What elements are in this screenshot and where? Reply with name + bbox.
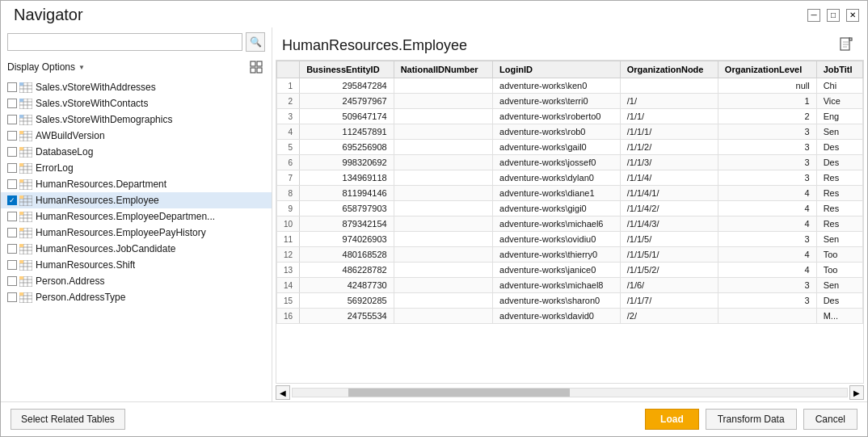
search-input[interactable] [7,33,242,51]
col-header-organizationlevel[interactable]: OrganizationLevel [718,61,816,78]
cell-businessentityid: 56920285 [300,293,394,309]
cell-loginid: adventure-works\janice0 [493,263,621,278]
table-row: 11974026903adventure-works\ovidiu0/1/1/5… [277,232,863,247]
checkbox-hrEmployeePayHistory[interactable] [7,228,17,237]
nav-item-salesStoreWithDemographics[interactable]: Sales.vStoreWithDemographics [1,111,272,128]
cell-nationalidnumber [394,278,492,293]
search-button[interactable]: 🔍 [246,32,265,52]
svg-rect-90 [849,38,852,40]
cell-organizationlevel: 3 [718,293,816,309]
svg-rect-88 [841,38,849,50]
cell-organizationnode: /1/1/4/ [620,170,718,186]
cell-rownum: 8 [277,186,300,201]
cell-organizationnode: /1/1/3/ [620,155,718,170]
checkbox-databaseLog[interactable] [7,147,17,157]
nav-item-label-salesStoreWithDemographics: Sales.vStoreWithDemographics [36,114,172,125]
nav-item-errorLog[interactable]: ErrorLog [1,160,272,176]
checkbox-hrShift[interactable] [7,260,17,270]
cell-rownum: 2 [277,94,300,109]
data-preview-table-wrapper[interactable]: BusinessEntityIDNationalIDNumberLoginIDO… [276,60,864,384]
svg-rect-33 [19,147,23,150]
table-icon-table [19,131,32,141]
cell-jobtitle: Res [816,201,862,216]
table-row: 8811994146adventure-works\diane1/1/1/4/1… [277,186,863,201]
cell-organizationnode: /1/1/5/1/ [620,247,718,263]
nav-item-personAddressType[interactable]: Person.AddressType [1,289,272,305]
col-header-organizationnode[interactable]: OrganizationNode [620,61,718,78]
cell-organizationlevel: 3 [718,278,816,293]
nav-item-hrEmployee[interactable]: HumanResources.Employee [1,192,272,208]
nav-item-label-databaseLog: DatabaseLog [36,146,93,158]
checkbox-hrDepartment[interactable] [7,179,17,189]
cell-businessentityid: 658797903 [300,201,394,216]
preview-action-button[interactable] [835,34,857,57]
nav-item-hrEmployeeDepartment[interactable]: HumanResources.EmployeeDepartmen... [1,208,272,225]
col-header-jobtitl[interactable]: JobTitl [816,61,862,78]
nav-item-hrJobCandidate[interactable]: HumanResources.JobCandidate [1,241,272,257]
nav-item-personAddress[interactable]: Person.Address [1,273,272,289]
close-button[interactable]: ✕ [846,9,859,22]
scroll-left-button[interactable]: ◀ [276,385,290,400]
table-row: 2245797967adventure-works\terri0/1/1Vice [277,94,863,109]
col-header-loginid[interactable]: LoginID [493,61,621,78]
nav-item-label-hrEmployee: HumanResources.Employee [36,195,159,206]
nav-item-salesStoreWithAddresses[interactable]: Sales.vStoreWithAddresses [1,79,272,95]
cell-organizationnode: /1/1/4/1/ [620,186,718,201]
cell-organizationnode: /1/1/4/3/ [620,216,718,232]
col-header-nationalidnumber[interactable]: NationalIDNumber [394,61,492,78]
cell-businessentityid: 695256908 [300,140,394,155]
checkbox-errorLog[interactable] [7,163,17,173]
table-row: 13486228782adventure-works\janice0/1/1/5… [277,263,863,278]
cell-organizationlevel [718,309,816,324]
scroll-track[interactable] [292,388,848,397]
cancel-button[interactable]: Cancel [803,409,857,430]
nav-item-hrEmployeePayHistory[interactable]: HumanResources.EmployeePayHistory [1,225,272,241]
table-row: 1442487730adventure-works\michael8/1/6/3… [277,278,863,293]
table-icon-view [19,99,32,108]
cell-organizationnode: /1/6/ [620,278,718,293]
cell-nationalidnumber [394,170,492,186]
nav-item-label-awBuildVersion: AWBuildVersion [36,130,105,141]
table-row: 5695256908adventure-works\gail0/1/1/2/3D… [277,140,863,155]
maximize-button[interactable]: □ [827,9,840,22]
scroll-right-button[interactable]: ▶ [849,385,864,400]
cell-nationalidnumber [394,124,492,140]
checkbox-salesStoreWithContacts[interactable] [7,99,17,108]
view-toggle-button[interactable] [247,58,265,76]
nav-item-salesStoreWithContacts[interactable]: Sales.vStoreWithContacts [1,95,272,111]
nav-item-hrShift[interactable]: HumanResources.Shift [1,257,272,273]
cell-organizationlevel: 2 [718,109,816,124]
cell-loginid: adventure-works\ken0 [493,78,621,94]
checkbox-hrEmployeeDepartment[interactable] [7,212,17,221]
table-row: 1295847284adventure-works\ken0nullChi [277,78,863,94]
nav-item-awBuildVersion[interactable]: AWBuildVersion [1,128,272,144]
cell-jobtitle: Sen [816,232,862,247]
checkbox-hrEmployee[interactable] [7,195,17,205]
transform-data-button[interactable]: Transform Data [706,409,797,430]
cell-jobtitle: M... [816,309,862,324]
nav-item-hrDepartment[interactable]: HumanResources.Department [1,176,272,192]
table-icon-table [19,276,32,286]
checkbox-salesStoreWithAddresses[interactable] [7,82,17,92]
cell-businessentityid: 134969118 [300,170,394,186]
minimize-button[interactable]: ─ [807,9,820,22]
checkbox-personAddressType[interactable] [7,292,17,302]
checkbox-hrJobCandidate[interactable] [7,244,17,254]
display-options-button[interactable]: Display Options ▼ [7,61,85,73]
nav-item-databaseLog[interactable]: DatabaseLog [1,144,272,160]
col-header-businessentityid[interactable]: BusinessEntityID [300,61,394,78]
table-icon-table [19,292,32,302]
nav-list[interactable]: Sales.vStoreWithAddresses Sales.vStoreWi… [1,79,272,401]
checkbox-salesStoreWithDemographics[interactable] [7,115,17,124]
load-button[interactable]: Load [645,409,699,430]
table-row: 7134969118adventure-works\dylan0/1/1/4/3… [277,170,863,186]
cell-jobtitle: Sen [816,278,862,293]
checkbox-personAddress[interactable] [7,276,17,286]
select-related-tables-button[interactable]: Select Related Tables [11,409,125,430]
nav-item-label-hrJobCandidate: HumanResources.JobCandidate [36,243,175,254]
content-area: 🔍 Display Options ▼ [1,27,867,401]
bottom-right-buttons: Load Transform Data Cancel [645,409,857,430]
cell-jobtitle: Too [816,263,862,278]
checkbox-awBuildVersion[interactable] [7,131,17,141]
cell-organizationnode: /1/1/2/ [620,140,718,155]
